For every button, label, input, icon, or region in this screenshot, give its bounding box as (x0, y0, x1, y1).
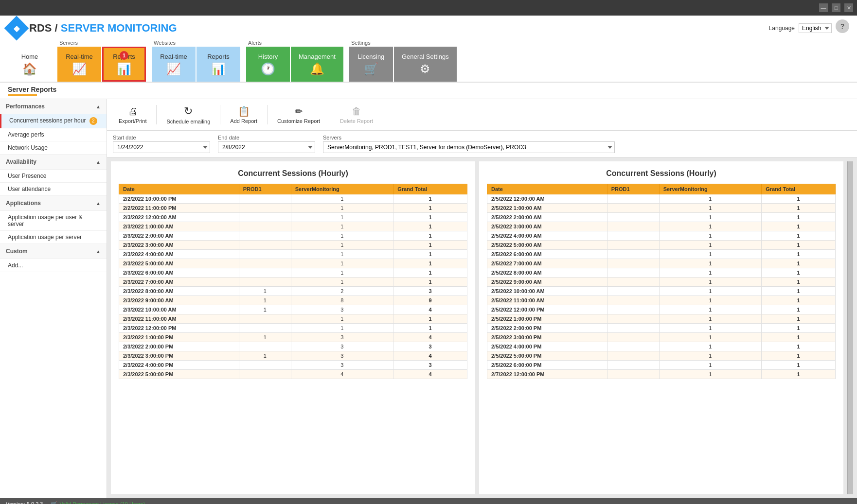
sidebar-item-average-perfs[interactable]: Average perfs (0, 128, 107, 141)
table-cell (607, 296, 659, 305)
toolbar-divider-3 (267, 105, 268, 124)
license-label: Valid Permanent License (10 Users) (59, 501, 145, 504)
nav-alerts-management[interactable]: Management 🔔 (291, 47, 343, 82)
license-status: 🛒 Valid Permanent License (10 Users) (51, 501, 145, 504)
nav-websites-realtime[interactable]: Real-time 📈 (152, 47, 196, 82)
close-button[interactable]: ✕ (844, 3, 853, 12)
table-cell: 1 (762, 231, 836, 241)
table-cell: 1 (239, 305, 291, 314)
concurrent-sessions-badge: 2 (89, 117, 97, 125)
customize-report-button[interactable]: ✏ Customize Report (271, 104, 326, 126)
table-cell: 1 (762, 351, 836, 361)
table-cell: 1 (659, 370, 762, 379)
sidebar-group-applications: Applications ▲ Application usage per use… (0, 196, 107, 244)
add-custom-label: Add... (8, 262, 23, 269)
table-cell: 1 (762, 241, 836, 250)
nav-alerts-history[interactable]: History 🕐 (246, 47, 290, 82)
minimize-button[interactable]: — (819, 3, 828, 12)
nav-servers-reports[interactable]: 1 Reports 📊 (102, 47, 146, 82)
servers-rt-label: Real-time (66, 53, 93, 60)
report-scrollbar[interactable] (847, 161, 853, 494)
table-cell: 1 (239, 296, 291, 305)
export-print-button[interactable]: 🖨 Export/Print (113, 104, 152, 126)
table-cell: 2/5/2022 1:00:00 AM (487, 204, 607, 213)
sidebar-item-app-usage-server[interactable]: Application usage per server (0, 231, 107, 244)
table-cell: 1 (762, 204, 836, 213)
table-header: PROD1 (607, 184, 659, 194)
table-cell: 2/3/2022 2:00:00 PM (119, 342, 239, 351)
add-report-button[interactable]: 📋 Add Report (224, 104, 263, 126)
nav-home[interactable]: Home 🏠 (8, 47, 52, 82)
schedule-emailing-label: Schedule emailing (166, 119, 210, 124)
table-cell: 9 (393, 296, 467, 305)
table-cell: 2/5/2022 8:00:00 AM (487, 268, 607, 278)
table-cell: 1 (291, 250, 393, 259)
table-cell: 3 (291, 333, 393, 342)
start-date-select[interactable]: 1/24/2022 (113, 141, 210, 153)
language-select[interactable]: English (799, 23, 832, 33)
nav-badge: 1 (120, 51, 128, 60)
sidebar-item-add-custom[interactable]: Add... (0, 259, 107, 272)
maximize-button[interactable]: □ (832, 3, 840, 12)
nav-settings-general[interactable]: General Settings ⚙ (394, 47, 457, 82)
table-cell: 1 (762, 361, 836, 370)
table-row: 2/5/2022 2:00:00 PM11 (487, 324, 836, 333)
table-cell: 2/3/2022 4:00:00 PM (119, 361, 239, 370)
nav-group-label-settings: Settings (349, 40, 371, 46)
table-cell: 3 (291, 361, 393, 370)
table-cell: 1 (659, 268, 762, 278)
table-cell: 1 (659, 351, 762, 361)
nav-settings-licensing[interactable]: Licensing 🛒 (349, 47, 393, 82)
report-area[interactable]: Concurrent Sessions (Hourly) DatePROD1Se… (107, 157, 857, 498)
table-row: 2/5/2022 8:00:00 AM11 (487, 268, 836, 278)
sidebar-item-user-attendance[interactable]: User attendance (0, 183, 107, 196)
table-row: 2/5/2022 1:00:00 AM11 (487, 204, 836, 213)
alerts-history-icon: 🕐 (261, 62, 275, 76)
table-cell: 1 (291, 268, 393, 278)
average-perfs-label: Average perfs (8, 131, 44, 138)
nav-group-label-servers: Servers (57, 40, 78, 46)
sidebar-group-header-performances[interactable]: Performances ▲ (0, 99, 107, 114)
nav-websites-reports[interactable]: Reports 📊 (196, 47, 240, 82)
sidebar-group-header-applications[interactable]: Applications ▲ (0, 196, 107, 211)
table-row: 2/5/2022 11:00:00 AM11 (487, 296, 836, 305)
table-cell: 3 (393, 361, 467, 370)
sidebar-item-user-presence[interactable]: User Presence (0, 170, 107, 183)
end-date-select[interactable]: 2/8/2022 (218, 141, 315, 153)
sidebar-group-performances: Performances ▲ Concurrent sessions per h… (0, 99, 107, 155)
table-cell: 2/5/2022 4:00:00 AM (487, 231, 607, 241)
sidebar: Performances ▲ Concurrent sessions per h… (0, 99, 107, 498)
sidebar-item-network-usage[interactable]: Network Usage (0, 141, 107, 155)
sidebar-group-header-custom[interactable]: Custom ▲ (0, 244, 107, 259)
help-button[interactable]: ? (836, 19, 849, 33)
table-cell: 1 (762, 278, 836, 287)
schedule-emailing-button[interactable]: ↻ Schedule emailing (161, 103, 216, 126)
availability-group-label: Availability (6, 158, 36, 165)
table-cell: 1 (291, 259, 393, 268)
table-row: 2/5/2022 3:00:00 PM11 (487, 333, 836, 342)
section-title-bar: Server Reports (0, 83, 857, 99)
table-row: 2/3/2022 3:00:00 AM11 (119, 241, 467, 250)
app-usage-server-label: Application usage per server (8, 234, 82, 241)
nav-servers-realtime[interactable]: Real-time 📈 (57, 47, 101, 82)
schedule-emailing-icon: ↻ (184, 105, 193, 118)
alerts-management-icon: 🔔 (310, 62, 324, 76)
sidebar-group-availability: Availability ▲ User Presence User attend… (0, 155, 107, 196)
table-row: 2/3/2022 3:00:00 PM134 (119, 351, 467, 361)
end-date-label: End date (218, 135, 315, 140)
sidebar-item-app-usage-user-server[interactable]: Application usage per user & server (0, 211, 107, 231)
sidebar-item-concurrent-sessions[interactable]: Concurrent sessions per hour 2 (0, 114, 107, 128)
nav-group-items-alerts: History 🕐 Management 🔔 (246, 47, 343, 82)
filter-group-start-date: Start date 1/24/2022 (113, 135, 210, 153)
settings-licensing-icon: 🛒 (364, 62, 378, 76)
table-row: 2/5/2022 7:00:00 AM11 (487, 259, 836, 268)
table-row: 2/3/2022 7:00:00 AM11 (119, 278, 467, 287)
table-cell: 2/3/2022 10:00:00 AM (119, 305, 239, 314)
delete-report-button[interactable]: 🗑 Delete Report (334, 104, 379, 126)
sidebar-group-header-availability[interactable]: Availability ▲ (0, 155, 107, 170)
table-cell (607, 222, 659, 231)
table-cell: 2/3/2022 7:00:00 AM (119, 278, 239, 287)
table-cell: 2 (291, 287, 393, 296)
servers-filter-select[interactable]: ServerMonitoring, PROD1, TEST1, Server f… (323, 141, 615, 153)
table-cell: 1 (393, 204, 467, 213)
